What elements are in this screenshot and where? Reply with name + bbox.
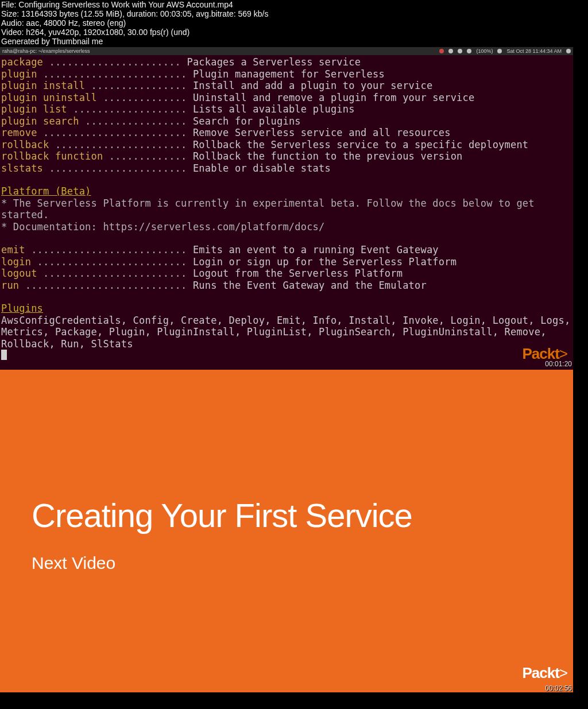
- generated-by-line: Generated by Thumbnail me: [1, 37, 572, 46]
- cli-command-dots: ........................: [37, 268, 187, 279]
- cli-command-desc: Packages a Serverless service: [181, 56, 361, 68]
- cli-command-desc: Enable or disable stats: [187, 162, 330, 174]
- cli-command-dots: .........................: [31, 256, 187, 268]
- cli-command-desc: Uninstall and remove a plugin from your …: [187, 92, 475, 103]
- cli-command-row: remove ........................ Remove S…: [1, 127, 572, 139]
- record-icon: [439, 49, 444, 53]
- cli-command-dots: .............: [103, 150, 187, 162]
- cli-command-dots: ..........................: [25, 244, 187, 255]
- platform-note-2: * Documentation: https://serverless.com/…: [1, 221, 572, 233]
- terminal-title: raha@raha-pc: ~/examples/serverless: [2, 47, 90, 55]
- cli-command-desc: Emits an event to a running Event Gatewa…: [187, 244, 439, 255]
- cli-command-dots: ........................: [37, 127, 187, 138]
- cli-command-dots: ......................: [43, 56, 181, 68]
- cli-command-name: run: [1, 280, 19, 291]
- cli-command-row: plugin search ................. Search f…: [1, 115, 572, 127]
- cli-command-desc: Rollback the function to the previous ve…: [187, 150, 463, 162]
- cli-command-name: slstats: [1, 162, 43, 174]
- cli-command-desc: Search for plugins: [187, 115, 300, 127]
- battery-label: (100%): [476, 47, 493, 55]
- cli-command-desc: Remove Serverless service and all resour…: [187, 127, 450, 138]
- cli-command-name: plugin uninstall: [1, 92, 97, 103]
- cli-command-row: rollback function ............. Rollback…: [1, 150, 572, 162]
- cli-command-name: plugin install: [1, 80, 85, 91]
- cli-command-dots: .......................: [43, 162, 187, 174]
- clock-label: Sat Oct 28 11:44:34 AM: [506, 47, 562, 55]
- cli-command-row: plugin install ................ Install …: [1, 80, 572, 92]
- cli-command-name: rollback: [1, 139, 49, 150]
- plugins-list: AwsConfigCredentials, Config, Create, De…: [1, 315, 572, 350]
- cli-command-name: logout: [1, 268, 37, 279]
- cli-command-row: plugin list ................... Lists al…: [1, 103, 572, 115]
- tray-icon: [458, 49, 462, 53]
- cli-command-desc: Rollback the Serverless service to a spe…: [187, 139, 529, 150]
- file-name-line: File: Configuring Serverless to Work wit…: [1, 0, 572, 9]
- cli-command-row: rollback ...................... Rollback…: [1, 139, 572, 151]
- desktop-menubar: raha@raha-pc: ~/examples/serverless (100…: [0, 47, 573, 55]
- power-icon: [566, 49, 571, 53]
- cli-command-dots: .................: [79, 115, 187, 127]
- cli-command-row: package ...................... Packages …: [1, 56, 572, 68]
- file-video-line: Video: h264, yuv420p, 1920x1080, 30.00 f…: [1, 28, 572, 37]
- cli-command-row: slstats ....................... Enable o…: [1, 162, 572, 175]
- cli-command-dots: ................: [85, 80, 187, 91]
- cli-command-dots: ......................: [49, 139, 187, 150]
- tray-icon: [448, 49, 453, 53]
- thumbnail-frame-2: Creating Your First Service Next Video P…: [0, 370, 573, 692]
- cli-command-dots: ..............: [97, 92, 187, 103]
- cli-command-row: logout ........................ Logout f…: [1, 268, 572, 280]
- cli-command-row: run ........................... Runs the…: [1, 280, 572, 292]
- cli-command-name: plugin: [1, 68, 37, 80]
- cli-command-desc: Login or sign up for the Serverless Plat…: [187, 256, 457, 268]
- cli-command-name: emit: [1, 244, 25, 255]
- volume-icon: [497, 49, 502, 53]
- section-platform: Platform (Beta): [1, 185, 572, 197]
- file-size-line: Size: 13164393 bytes (12.55 MiB), durati…: [1, 9, 572, 18]
- cli-command-dots: ...................: [67, 103, 187, 115]
- frame-timestamp: 00:01:20: [545, 358, 572, 370]
- platform-note-1: * The Serverless Platform is currently i…: [1, 197, 572, 221]
- cli-command-desc: Plugin management for Serverless: [187, 68, 384, 80]
- tray-icon: [467, 49, 471, 53]
- cli-command-desc: Lists all available plugins: [187, 103, 355, 115]
- cli-command-row: plugin uninstall .............. Uninstal…: [1, 92, 572, 104]
- cli-command-desc: Install and add a plugin to your service: [187, 80, 433, 91]
- cli-command-desc: Logout from the Serverless Platform: [187, 268, 403, 279]
- thumbnail-frame-1: raha@raha-pc: ~/examples/serverless (100…: [0, 47, 573, 370]
- cli-command-dots: ........................: [37, 68, 187, 80]
- cli-command-row: plugin ........................ Plugin m…: [1, 68, 572, 80]
- cli-command-row: login ......................... Login or…: [1, 256, 572, 268]
- cli-command-name: plugin list: [1, 103, 67, 115]
- cli-command-name: remove: [1, 127, 37, 138]
- cli-command-name: login: [1, 256, 31, 268]
- cli-command-row: emit .......................... Emits an…: [1, 244, 572, 256]
- file-audio-line: Audio: aac, 48000 Hz, stereo (eng): [1, 18, 572, 28]
- cli-command-desc: Runs the Event Gateway and the Emulator: [187, 280, 427, 291]
- cli-command-dots: ...........................: [19, 280, 187, 291]
- file-info: File: Configuring Serverless to Work wit…: [0, 0, 573, 47]
- section-plugins: Plugins: [1, 303, 572, 315]
- cli-command-name: package: [1, 56, 43, 68]
- packt-logo: Packt>: [522, 664, 567, 682]
- cli-command-name: rollback function: [1, 150, 103, 162]
- cli-command-name: plugin search: [1, 115, 79, 127]
- terminal-cursor: [1, 350, 7, 360]
- thumbnail-sheet: File: Configuring Serverless to Work wit…: [0, 0, 573, 692]
- slide-subtitle: Next Video: [32, 553, 115, 573]
- terminal-output: package ...................... Packages …: [0, 55, 573, 364]
- slide-title: Creating Your First Service: [32, 496, 412, 534]
- frame-timestamp: 00:02:56: [545, 684, 572, 692]
